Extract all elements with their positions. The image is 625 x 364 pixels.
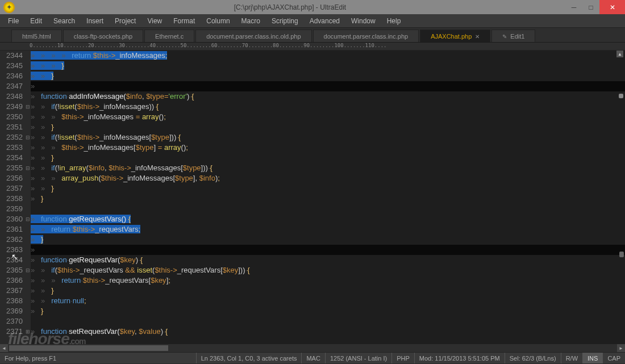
menu-advanced[interactable]: Advanced [304, 15, 345, 27]
scroll-left-button[interactable]: ◄ [0, 344, 8, 352]
close-button[interactable]: ✕ [599, 0, 625, 14]
menu-search[interactable]: Search [48, 15, 81, 27]
line-number: 2360 [0, 214, 23, 224]
code-line[interactable]: » » » array_push($this->_infoMessages[$t… [31, 173, 625, 183]
line-number: 2348 [0, 91, 23, 102]
menu-scripting[interactable]: Scripting [266, 15, 304, 27]
status-codepage[interactable]: 1252 (ANSI - Latin I) [326, 353, 392, 363]
tab-label: AJAXChat.php [431, 33, 472, 40]
tab-label: Ethernet.c [155, 33, 184, 40]
code-line[interactable]: » » » $this->_infoMessages[$type] = arra… [31, 143, 625, 153]
line-number: 2356 [0, 173, 23, 183]
minimize-button[interactable]: ─ [565, 0, 582, 14]
maximize-button[interactable]: □ [582, 0, 599, 14]
code-line[interactable]: » function·addInfoMessage($info, $type='… [31, 91, 625, 102]
scroll-right-button[interactable]: ► [617, 344, 625, 352]
menu-view[interactable]: View [141, 15, 168, 27]
fold-toggle [25, 204, 31, 214]
fold-column[interactable]: ⊟⊟⊟⊟⊟⊞ [25, 51, 31, 344]
code-line[interactable]: » » » return·$this->_requestVars[$key]; [31, 275, 625, 286]
code-line[interactable]: » » } [31, 153, 625, 163]
tab-document-parser-class-inc-old-php[interactable]: document.parser.class.inc.old.php [195, 30, 311, 42]
horizontal-scrollbar-track[interactable] [9, 345, 616, 351]
line-number: 2347 [0, 81, 23, 91]
menu-file[interactable]: File [2, 15, 24, 27]
code-line[interactable]: » » if(!isset($this->_infoMessages[$type… [31, 132, 625, 143]
vertical-scrollbar[interactable] [617, 58, 624, 342]
code-line[interactable]: » } [31, 194, 625, 204]
code-line[interactable]: » » return·$this->_requestVars; [31, 224, 625, 235]
code-line[interactable]: » function·getRequestVar($key)·{ [31, 255, 625, 265]
status-readwrite[interactable]: R/W [561, 353, 583, 363]
code-line[interactable]: » » } [31, 71, 625, 81]
code-line[interactable]: » » } [31, 183, 625, 194]
fold-toggle [25, 224, 31, 235]
line-number: 2355 [0, 163, 23, 173]
line-number: 2362 [0, 235, 23, 245]
menu-window[interactable]: Window [345, 15, 381, 27]
code-text[interactable]: » » » » return·$this->_infoMessages;» » … [31, 51, 625, 344]
code-line[interactable]: » » » » return·$this->_infoMessages; [31, 51, 625, 61]
fold-toggle [25, 61, 31, 71]
menu-help[interactable]: Help [381, 15, 407, 27]
line-number: 2366 [0, 275, 23, 286]
fold-toggle[interactable]: ⊟ [25, 132, 31, 143]
tab-label: class-ftp-sockets.php [74, 33, 132, 40]
menu-project[interactable]: Project [109, 15, 141, 27]
vertical-scrollbar-thumb[interactable] [619, 252, 624, 257]
status-position: Ln 2363, Col 1, C0, 3 active carets [197, 353, 302, 363]
status-line-ending[interactable]: MAC [302, 353, 325, 363]
status-insert-mode[interactable]: INS [583, 353, 603, 363]
line-number: 2365 [0, 265, 23, 275]
code-line[interactable]: » » » } [31, 61, 625, 71]
line-number: 2367 [0, 286, 23, 296]
tab-label: html5.html [22, 33, 51, 40]
tab-html5-html[interactable]: html5.html [11, 30, 62, 42]
code-line[interactable]: » » if(!isset($this->_infoMessages))·{ [31, 102, 625, 112]
fold-toggle [25, 71, 31, 81]
menu-insert[interactable]: Insert [81, 15, 109, 27]
fold-toggle[interactable]: ⊞ [25, 327, 31, 337]
tab-document-parser-class-inc-php[interactable]: document.parser.class.inc.php [313, 30, 419, 42]
menu-edit[interactable]: Edit [24, 15, 48, 27]
menubar: FileEditSearchInsertProjectViewFormatCol… [0, 14, 625, 28]
tab-close-icon[interactable]: ✕ [475, 34, 480, 40]
horizontal-scrollbar-thumb[interactable] [9, 345, 168, 351]
fold-toggle[interactable]: ⊟ [25, 163, 31, 173]
fold-toggle[interactable]: ⊟ [25, 214, 31, 224]
line-number: 2371 [0, 327, 23, 337]
menu-macro[interactable]: Macro [236, 15, 266, 27]
code-line[interactable]: » } [31, 235, 625, 245]
code-line[interactable]: » [31, 81, 625, 91]
code-line[interactable]: » } [31, 306, 625, 316]
code-editor[interactable]: 2344234523462347234823492350235123522353… [0, 51, 625, 344]
horizontal-scrollbar[interactable]: ◄ ► [0, 344, 625, 352]
tab-edit1[interactable]: ✎Edit1 [491, 30, 535, 42]
menu-column[interactable]: Column [201, 15, 235, 27]
code-line[interactable]: » function·setRequestVar($key, $value)·{ [31, 327, 625, 337]
code-line[interactable]: » » return·null; [31, 296, 625, 306]
fold-toggle [25, 245, 31, 255]
tab-ethernet-c[interactable]: Ethernet.c [144, 30, 194, 42]
ruler: 0........10........20........30........4… [0, 43, 625, 51]
fold-toggle[interactable]: ⊟ [25, 102, 31, 112]
line-number: 2361 [0, 224, 23, 235]
code-line[interactable]: » [31, 245, 625, 255]
line-number: 2358 [0, 194, 23, 204]
line-number: 2353 [0, 143, 23, 153]
code-line[interactable]: » » if(!in_array($info, $this->_infoMess… [31, 163, 625, 173]
tab-class-ftp-sockets-php[interactable]: class-ftp-sockets.php [63, 30, 143, 42]
code-line[interactable] [31, 316, 625, 327]
status-help: For Help, press F1 [0, 353, 197, 363]
code-line[interactable] [31, 204, 625, 214]
code-line[interactable]: » » } [31, 122, 625, 132]
fold-toggle[interactable]: ⊟ [25, 265, 31, 275]
code-line[interactable]: » » » $this->_infoMessages = array(); [31, 112, 625, 122]
code-line[interactable]: » » } [31, 286, 625, 296]
fold-toggle [25, 143, 31, 153]
menu-format[interactable]: Format [168, 15, 201, 27]
code-line[interactable]: » function·getRequestVars()·{ [31, 214, 625, 224]
code-line[interactable]: » » if($this->_requestVars && isset($thi… [31, 265, 625, 275]
status-language[interactable]: PHP [392, 353, 415, 363]
tab-ajaxchat-php[interactable]: AJAXChat.php✕ [420, 30, 490, 42]
